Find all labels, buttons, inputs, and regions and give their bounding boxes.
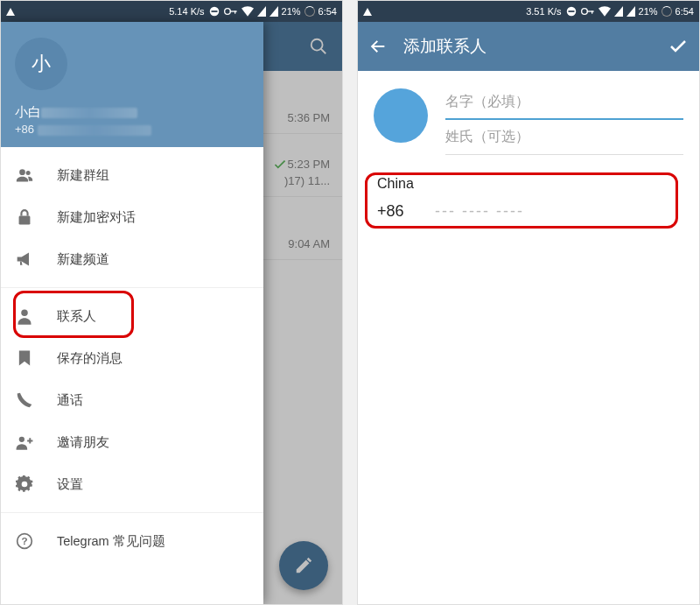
wifi-icon	[598, 6, 611, 17]
status-bar: 3.51 K/s 21% 6:54	[358, 1, 699, 22]
drawer-scrim[interactable]	[263, 22, 342, 604]
drawer-item-label: 邀请朋友	[57, 434, 109, 451]
drawer-username: 小白	[15, 104, 41, 119]
last-name-field[interactable]: 姓氏（可选）	[445, 120, 683, 155]
signal-icon	[270, 6, 278, 17]
do-not-disturb-icon	[208, 5, 220, 18]
svg-rect-1	[211, 11, 217, 12]
signal-icon	[626, 6, 635, 17]
status-time: 6:54	[318, 6, 337, 17]
last-name-placeholder: 姓氏（可选）	[445, 128, 529, 146]
drawer-item-label: 设置	[57, 476, 83, 493]
megaphone-icon	[15, 251, 34, 267]
svg-rect-4	[234, 11, 235, 13]
svg-point-10	[21, 310, 28, 317]
back-icon[interactable]	[368, 37, 388, 56]
svg-rect-3	[229, 11, 236, 11]
drawer-avatar[interactable]: 小	[15, 38, 67, 90]
country-code-field[interactable]: +86	[377, 202, 419, 221]
drawer-item-faq[interactable]: ? Telegram 常见问题	[1, 520, 263, 562]
drawer-item-label: 新建加密对话	[57, 209, 136, 226]
status-bar: 5.14 K/s 21% 6:54	[1, 1, 342, 22]
drawer-item-new-secret-chat[interactable]: 新建加密对话	[1, 196, 263, 238]
vpn-key-icon	[581, 6, 595, 17]
status-speed: 3.51 K/s	[526, 6, 561, 17]
svg-point-2	[224, 9, 230, 15]
warning-icon	[363, 8, 372, 16]
wifi-icon	[242, 6, 254, 17]
drawer-item-invite-friends[interactable]: 邀请朋友	[1, 421, 263, 463]
avatar-initial: 小	[32, 51, 51, 77]
loading-icon	[662, 6, 672, 17]
contact-icon	[15, 307, 34, 325]
redacted-text	[38, 125, 151, 136]
loading-icon	[304, 6, 315, 17]
adduser-icon	[15, 434, 34, 450]
drawer-item-contacts[interactable]: 联系人	[1, 295, 263, 337]
drawer-item-label: 通话	[57, 392, 83, 409]
drawer-list: 新建群组 新建加密对话 新建频道 联系人 保存的消息	[1, 147, 263, 604]
add-contact-form: 名字（必填） 姓氏（可选） China +86 --- ---- ----	[358, 71, 699, 243]
gear-icon	[15, 475, 34, 493]
divider	[1, 287, 263, 288]
phone-left: 5.14 K/s 21% 6:54 5:36 PM 5:23 PM )17) 1…	[0, 0, 343, 605]
phone-icon	[15, 391, 34, 409]
warning-icon	[6, 8, 15, 16]
phone-right: 3.51 K/s 21% 6:54 添加联系人 名字（必填） 姓氏（可选）	[357, 0, 700, 605]
divider	[1, 512, 263, 513]
drawer-item-new-group[interactable]: 新建群组	[1, 154, 263, 196]
signal-icon	[614, 6, 623, 17]
bookmark-icon	[15, 349, 34, 367]
drawer-item-settings[interactable]: 设置	[1, 463, 263, 505]
drawer-item-saved-messages[interactable]: 保存的消息	[1, 337, 263, 379]
first-name-field[interactable]: 名字（必填）	[445, 85, 683, 120]
drawer-item-label: 保存的消息	[57, 350, 122, 367]
toolbar-title: 添加联系人	[403, 35, 652, 58]
drawer-item-label: 新建频道	[57, 251, 109, 268]
signal-icon	[257, 6, 266, 17]
do-not-disturb-icon	[565, 5, 578, 18]
add-contact-toolbar: 添加联系人	[358, 22, 699, 71]
drawer-item-label: 联系人	[57, 308, 96, 325]
svg-rect-18	[592, 11, 592, 13]
phone-number-field[interactable]: --- ---- ----	[435, 202, 524, 221]
svg-rect-15	[568, 11, 574, 12]
first-name-placeholder: 名字（必填）	[445, 93, 529, 111]
svg-point-8	[26, 171, 31, 175]
status-battery: 21%	[282, 6, 301, 17]
help-icon: ?	[15, 532, 34, 550]
status-speed: 5.14 K/s	[169, 6, 204, 17]
contact-avatar-placeholder[interactable]	[374, 88, 428, 143]
svg-point-16	[581, 9, 587, 15]
drawer-phone-prefix: +86	[15, 123, 34, 136]
svg-point-7	[19, 169, 25, 175]
confirm-icon[interactable]	[668, 36, 689, 57]
svg-text:?: ?	[21, 535, 27, 546]
status-battery: 21%	[639, 6, 658, 17]
lock-icon	[15, 208, 34, 226]
drawer-item-label: Telegram 常见问题	[57, 533, 165, 550]
drawer-item-label: 新建群组	[57, 167, 109, 184]
svg-rect-17	[586, 11, 593, 11]
redacted-text	[41, 108, 137, 118]
country-name: China	[377, 176, 414, 191]
group-icon	[15, 166, 34, 184]
vpn-key-icon	[224, 6, 238, 17]
country-selector[interactable]: China	[377, 176, 683, 192]
svg-rect-9	[19, 216, 31, 225]
drawer-item-calls[interactable]: 通话	[1, 379, 263, 421]
status-time: 6:54	[676, 6, 694, 17]
drawer-item-new-channel[interactable]: 新建频道	[1, 238, 263, 280]
svg-point-11	[19, 437, 24, 442]
nav-drawer: 小 小白 +86 新建群组 新建加密对话 新建频道	[1, 22, 263, 604]
drawer-header[interactable]: 小 小白 +86	[1, 22, 263, 147]
